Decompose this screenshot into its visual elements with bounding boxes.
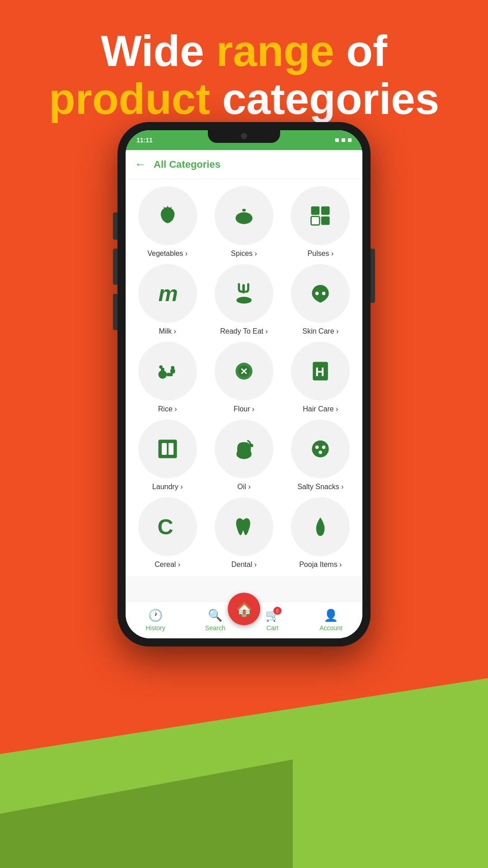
phone-camera	[241, 133, 247, 139]
category-label-spices: Spices ›	[231, 250, 257, 258]
svg-point-27	[315, 446, 319, 449]
category-icon-circle-cereal: C	[138, 497, 197, 556]
category-label-salty-snacks: Salty Snacks ›	[297, 483, 343, 491]
category-icon-circle-oil	[215, 420, 273, 478]
category-label-pooja-items: Pooja Items ›	[299, 561, 342, 569]
category-cereal[interactable]: CCereal ›	[131, 497, 204, 569]
category-label-flour: Flour ›	[234, 405, 254, 413]
category-icon-circle-rice	[138, 342, 197, 401]
status-time: 11:11	[136, 137, 153, 144]
category-icon-circle-laundry	[138, 420, 197, 478]
category-label-rice: Rice ›	[158, 405, 177, 413]
page-title: All Categories	[154, 159, 221, 170]
header-line1: Wide range of	[9, 27, 479, 75]
category-label-pulses: Pulses ›	[307, 250, 333, 258]
category-salty-snacks[interactable]: Salty Snacks ›	[284, 420, 357, 491]
word-range: range	[216, 27, 334, 75]
category-pulses[interactable]: Pulses ›	[284, 186, 357, 258]
signal-icon	[335, 138, 339, 142]
promo-header: Wide range of product categories	[0, 18, 488, 132]
search-icon: 🔍	[208, 609, 222, 623]
category-label-milk: Milk ›	[159, 327, 176, 335]
category-laundry[interactable]: Laundry ›	[131, 420, 204, 491]
category-icon-circle-dental	[215, 497, 273, 556]
category-label-cereal: Cereal ›	[155, 561, 180, 569]
category-label-hair-care: Hair Care ›	[303, 405, 338, 413]
svg-point-10	[322, 292, 325, 295]
back-button[interactable]: ←	[135, 157, 146, 171]
category-icon-circle-ready-to-eat	[215, 264, 273, 323]
word-of: of	[334, 27, 387, 75]
category-icon-circle-milk: m	[138, 264, 197, 323]
phone-frame: 11:11 ← All Categories Vegetables ›Spice…	[117, 122, 371, 646]
svg-rect-12	[161, 368, 164, 375]
category-icon-circle-skin-care	[291, 264, 350, 323]
category-hair-care[interactable]: HHair Care ›	[284, 342, 357, 413]
category-milk[interactable]: mMilk ›	[131, 264, 204, 335]
category-icon-circle-pulses	[291, 186, 350, 245]
svg-text:H: H	[315, 365, 324, 379]
svg-rect-3	[321, 206, 330, 215]
svg-text:C: C	[157, 514, 173, 539]
svg-point-29	[319, 451, 322, 454]
category-ready-to-eat[interactable]: Ready To Eat ›	[207, 264, 280, 335]
category-icon-circle-spices	[215, 186, 273, 245]
category-pooja-items[interactable]: Pooja Items ›	[284, 497, 357, 569]
category-rice[interactable]: Rice ›	[131, 342, 204, 413]
category-vegetables[interactable]: Vegetables ›	[131, 186, 204, 258]
wifi-icon	[342, 138, 345, 142]
nav-home-button[interactable]: 🏠	[228, 593, 260, 625]
svg-point-8	[236, 297, 252, 303]
account-icon: 👤	[324, 609, 338, 623]
category-spices[interactable]: Spices ›	[207, 186, 280, 258]
account-label: Account	[319, 624, 343, 632]
svg-rect-23	[169, 443, 174, 455]
category-skin-care[interactable]: Skin Care ›	[284, 264, 357, 335]
svg-rect-16	[171, 366, 174, 372]
svg-point-25	[250, 444, 253, 447]
categories-grid: Vegetables ›Spices ›Pulses ›mMilk ›Ready…	[131, 186, 357, 569]
status-icons	[335, 138, 352, 142]
category-label-vegetables: Vegetables ›	[147, 250, 188, 258]
category-oil[interactable]: Oil ›	[207, 420, 280, 491]
svg-rect-22	[162, 443, 167, 455]
category-label-skin-care: Skin Care ›	[302, 327, 338, 335]
svg-point-9	[315, 292, 319, 295]
svg-point-13	[159, 365, 162, 368]
side-button-vol-up	[113, 249, 117, 285]
svg-rect-21	[158, 439, 177, 458]
svg-rect-2	[311, 206, 320, 215]
category-icon-circle-flour	[215, 342, 273, 401]
svg-rect-4	[311, 217, 320, 225]
nav-history[interactable]: 🕐 History	[145, 609, 165, 632]
category-label-oil: Oil ›	[237, 483, 250, 491]
search-label: Search	[205, 624, 225, 632]
nav-search[interactable]: 🔍 Search	[205, 609, 225, 632]
header-line2: product categories	[9, 75, 479, 123]
app-header: ← All Categories	[126, 150, 362, 179]
word-product: product	[49, 75, 210, 123]
category-icon-circle-pooja-items	[291, 497, 350, 556]
cart-badge: 0	[273, 607, 282, 615]
category-icon-circle-vegetables	[138, 186, 197, 245]
home-icon: 🏠	[236, 601, 253, 617]
cart-label: Cart	[267, 624, 278, 632]
side-button-mute	[113, 212, 117, 240]
category-dental[interactable]: Dental ›	[207, 497, 280, 569]
category-flour[interactable]: Flour ›	[207, 342, 280, 413]
cart-wrapper: 🛒 0	[265, 609, 280, 623]
svg-point-28	[322, 446, 325, 449]
category-label-dental: Dental ›	[231, 561, 257, 569]
svg-rect-1	[242, 209, 245, 212]
categories-container: Vegetables ›Spices ›Pulses ›mMilk ›Ready…	[126, 179, 362, 576]
battery-icon	[348, 138, 352, 142]
word-categories: categories	[210, 75, 439, 123]
nav-account[interactable]: 👤 Account	[319, 609, 343, 632]
svg-point-26	[312, 440, 329, 457]
phone-screen: 11:11 ← All Categories Vegetables ›Spice…	[126, 130, 362, 638]
nav-cart[interactable]: 🛒 0 Cart	[265, 609, 280, 632]
category-icon-circle-salty-snacks	[291, 420, 350, 478]
content-area: Vegetables ›Spices ›Pulses ›mMilk ›Ready…	[126, 179, 362, 601]
category-label-laundry: Laundry ›	[152, 483, 183, 491]
side-button-power	[371, 249, 375, 303]
